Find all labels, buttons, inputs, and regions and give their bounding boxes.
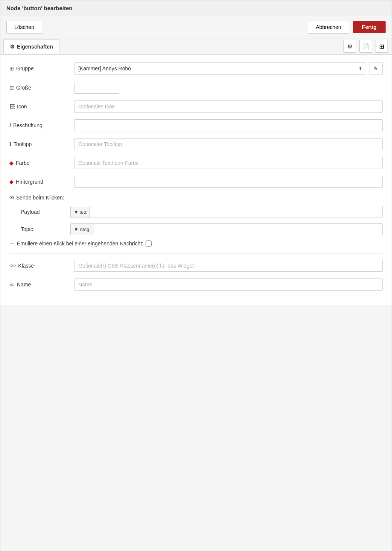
payload-label: Payload: [21, 209, 66, 215]
icon-label: 🖼 Icon: [9, 104, 70, 110]
name-input[interactable]: [74, 279, 383, 291]
name-icon: 🏷: [9, 282, 15, 288]
gruppe-label: ⊞ Gruppe: [9, 65, 70, 72]
tab-icon-gear[interactable]: ⚙: [343, 40, 356, 53]
name-label-text: Name: [17, 282, 31, 288]
edit-icon: ✎: [374, 65, 378, 72]
groesse-label-text: Größe: [16, 85, 31, 91]
gruppe-select[interactable]: [Kammer] Andys Robo: [74, 62, 366, 75]
beschriftung-row: I Beschriftung Fahre zum Mülleimer: [9, 119, 383, 131]
gruppe-edit-button[interactable]: ✎: [369, 62, 383, 75]
divider: [9, 253, 383, 254]
name-row: 🏷 Name: [9, 279, 383, 291]
main-panel: Node 'button' bearbeiten Löschen Abbrech…: [0, 0, 392, 551]
klasse-input[interactable]: [74, 260, 383, 272]
klasse-row: </> Klasse: [9, 260, 383, 272]
klasse-icon: </>: [9, 263, 16, 268]
emulate-icon: →: [9, 240, 15, 247]
gruppe-row: ⊞ Gruppe [Kammer] Andys Robo ✎: [9, 62, 383, 75]
name-label: 🏷 Name: [9, 282, 70, 288]
emulate-label-text: Emuliere einen Klick bei einer eingehend…: [17, 240, 143, 247]
toolbar: Löschen Abbrechen Fertig: [0, 16, 392, 38]
farbe-label: ◆ Farbe: [9, 160, 70, 166]
farbe-input[interactable]: [74, 157, 383, 169]
tab-properties[interactable]: ⚙ Eigenschaften: [3, 40, 59, 53]
topic-input[interactable]: topic: [94, 224, 382, 235]
payload-input[interactable]: 20400,21800: [90, 206, 382, 218]
panel-title: Node 'button' bearbeiten: [6, 5, 72, 11]
tab-icon-layout[interactable]: ⊞: [375, 40, 388, 53]
payload-caret: ▼: [74, 209, 79, 215]
groesse-label: ⊡ Größe: [9, 85, 70, 91]
payload-type-label: a z: [80, 209, 87, 215]
topic-input-wrapper: ▼ msg. topic: [70, 223, 383, 235]
hintergrund-label: ◆ Hintergrund: [9, 179, 70, 185]
hintergrund-input[interactable]: red: [74, 176, 383, 188]
gear-icon: ⚙: [10, 44, 15, 50]
klasse-label: </> Klasse: [9, 263, 70, 269]
groesse-input[interactable]: Auto: [74, 82, 119, 94]
sende-section-label: ✉ Sende beim Klicken:: [9, 195, 383, 201]
tooltipp-icon: ℹ: [9, 141, 11, 147]
topic-caret: ▼: [74, 227, 79, 232]
topic-type-button[interactable]: ▼ msg.: [71, 224, 94, 235]
beschriftung-input[interactable]: Fahre zum Mülleimer: [74, 119, 383, 131]
done-button[interactable]: Fertig: [353, 21, 386, 33]
tab-icons: ⚙ 📄 ⊞: [343, 38, 389, 54]
klasse-label-text: Klasse: [18, 263, 34, 269]
farbe-label-text: Farbe: [16, 160, 30, 166]
icon-field-icon: 🖼: [9, 104, 15, 110]
tooltipp-label-text: Tooltipp: [14, 141, 32, 147]
emulate-row: → Emuliere einen Klick bei einer eingehe…: [9, 240, 383, 247]
hintergrund-icon: ◆: [9, 179, 14, 185]
beschriftung-label-text: Beschriftung: [13, 122, 43, 128]
sende-icon: ✉: [9, 195, 14, 201]
farbe-row: ◆ Farbe: [9, 157, 383, 169]
topic-type-label: msg.: [80, 227, 91, 232]
farbe-icon: ◆: [9, 160, 14, 166]
gruppe-input-group: [Kammer] Andys Robo ✎: [74, 62, 383, 75]
sende-section-text: Sende beim Klicken:: [16, 195, 64, 201]
tooltipp-label: ℹ Tooltipp: [9, 141, 70, 147]
emulate-checkbox[interactable]: [146, 240, 152, 247]
payload-row: Payload ▼ a z 20400,21800: [9, 206, 383, 218]
delete-button[interactable]: Löschen: [6, 21, 42, 33]
hintergrund-label-text: Hintergrund: [16, 179, 43, 185]
groesse-row: ⊡ Größe Auto: [9, 82, 383, 94]
cancel-button[interactable]: Abbrechen: [308, 21, 349, 33]
tab-icon-doc[interactable]: 📄: [359, 40, 372, 53]
beschriftung-label: I Beschriftung: [9, 122, 70, 128]
gruppe-select-wrapper: [Kammer] Andys Robo: [74, 62, 366, 75]
payload-input-wrapper: ▼ a z 20400,21800: [70, 206, 383, 218]
hintergrund-row: ◆ Hintergrund red: [9, 176, 383, 188]
gruppe-icon: ⊞: [9, 65, 14, 72]
beschriftung-icon: I: [9, 122, 11, 128]
topic-row: Topic ▼ msg. topic: [9, 223, 383, 235]
tabs-bar: ⚙ Eigenschaften ⚙ 📄 ⊞: [0, 38, 392, 55]
groesse-icon: ⊡: [9, 85, 14, 91]
tooltipp-row: ℹ Tooltipp: [9, 138, 383, 150]
icon-input[interactable]: [74, 100, 383, 113]
form-body: ⊞ Gruppe [Kammer] Andys Robo ✎ ⊡ Größe: [0, 55, 392, 305]
panel-header: Node 'button' bearbeiten: [0, 0, 392, 16]
icon-label-text: Icon: [17, 104, 27, 110]
gruppe-label-text: Gruppe: [16, 65, 34, 72]
topic-label: Topic: [21, 226, 66, 232]
tab-properties-label: Eigenschaften: [17, 44, 53, 50]
tooltipp-input[interactable]: [74, 138, 383, 150]
payload-type-button[interactable]: ▼ a z: [71, 207, 90, 218]
icon-row: 🖼 Icon: [9, 100, 383, 113]
